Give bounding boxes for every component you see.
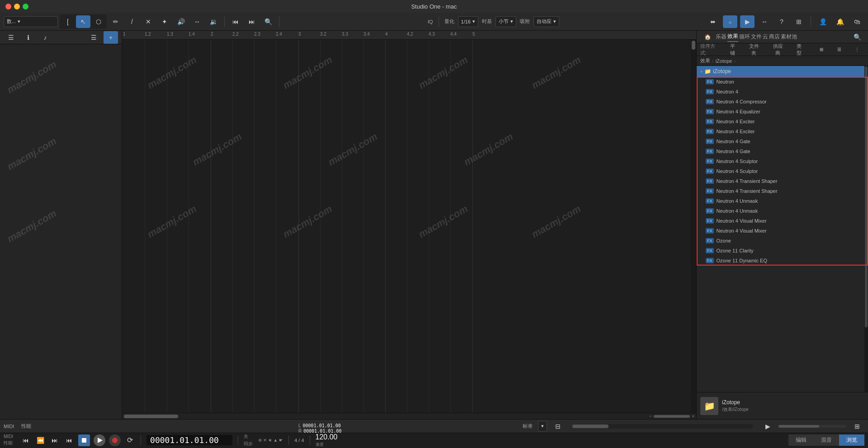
perf-label-transport[interactable]: 性能 <box>4 440 13 446</box>
view-toggle-2[interactable]: ☰ <box>832 43 847 56</box>
list-icon[interactable]: ☰ <box>86 31 101 44</box>
view-options[interactable]: ⋮ <box>850 43 864 56</box>
loop-transport-btn[interactable]: ⟳ <box>124 435 135 446</box>
search-btn[interactable]: 🔍 <box>850 31 864 43</box>
user-btn[interactable]: 👤 <box>816 15 830 28</box>
play-button[interactable] <box>94 434 105 446</box>
erase-tool[interactable]: / <box>125 15 139 28</box>
plugin-neutron4-exciter-2[interactable]: FX Neutron 4 Exciter <box>697 126 868 136</box>
quantize-dropdown[interactable]: 1/16 ▾ <box>458 16 478 27</box>
plugin-ozone11-clarity[interactable]: FX Ozone 11 Clarity <box>697 246 868 256</box>
notif-btn[interactable]: 🔔 <box>833 15 847 28</box>
fast-back-btn[interactable]: ⏪ <box>35 435 46 446</box>
h-scroll-thumb[interactable] <box>124 415 178 418</box>
zoom-out-btn[interactable]: − <box>649 414 652 419</box>
maximize-button[interactable] <box>23 4 28 9</box>
skip-fwd[interactable]: ⏭ <box>245 15 259 28</box>
plugin-list[interactable]: ▾ 📁 iZotope FX Neutron FX Neutron 4 FX <box>697 66 868 392</box>
plugin-neutron4-unmask-1[interactable]: FX Neutron 4 Unmask <box>697 196 868 206</box>
loop-btn[interactable]: ⬌ <box>706 15 720 28</box>
pencil-tool[interactable]: ✏ <box>108 15 123 28</box>
plugin-neutron4[interactable]: FX Neutron 4 <box>697 87 868 97</box>
plugin-neutron[interactable]: FX Neutron <box>697 77 868 87</box>
tempo-display[interactable]: 120.00 <box>316 433 338 441</box>
filter-type[interactable]: 类型 <box>792 42 807 57</box>
arrange-content[interactable]: macmj.com macmj.com macmj.com macmj.com … <box>122 40 696 413</box>
panel-collapse-btn[interactable]: ⊞ <box>850 420 864 433</box>
first-btn[interactable]: ⏮ <box>64 435 75 446</box>
tab-store[interactable]: 商店 <box>769 32 780 42</box>
breadcrumb-effects[interactable]: 效果 <box>700 57 710 64</box>
filter-folder[interactable]: 文件夹 <box>744 42 764 57</box>
follow-btn[interactable]: ▶ <box>740 15 755 28</box>
volume-tool[interactable]: 🔊 <box>174 15 188 28</box>
plugin-neutron4-sculptor-1[interactable]: FX Neutron 4 Sculptor <box>697 156 868 166</box>
tab-browse[interactable]: 浏览 <box>839 434 864 446</box>
bracket-tool[interactable]: [ <box>61 15 75 28</box>
scroll-thumb-v[interactable] <box>692 41 695 50</box>
h-scrollbar[interactable]: − + <box>122 413 696 419</box>
plugin-neutron4-gate-2[interactable]: FX Neutron 4 Gate <box>697 146 868 156</box>
plugin-neutron4-sculptor-2[interactable]: FX Neutron 4 Sculptor <box>697 166 868 176</box>
plugin-list-scrollbar[interactable] <box>864 66 868 392</box>
breadcrumb-izotope[interactable]: iZotope <box>716 58 732 64</box>
tab-files[interactable]: 文件 <box>751 32 762 42</box>
plugin-neutron4-gate-1[interactable]: FX Neutron 4 Gate <box>697 136 868 146</box>
tab-instruments[interactable]: 乐器 <box>716 32 726 42</box>
midi-icon[interactable]: ♪ <box>38 31 52 44</box>
arrange-hscroll-thumb[interactable] <box>572 425 609 428</box>
traffic-lights[interactable] <box>0 4 28 9</box>
pitch-tool[interactable]: ↔ <box>190 15 204 28</box>
tab-effects[interactable]: 效果 <box>727 32 738 42</box>
minimize-button[interactable] <box>14 4 20 9</box>
tab-loops[interactable]: 循环 <box>739 32 750 42</box>
plugin-neutron4-ts-1[interactable]: FX Neutron 4 Transient Shaper <box>697 176 868 186</box>
plugin-neutron4-eq[interactable]: FX Neutron 4 Equalizer <box>697 107 868 117</box>
plugin-ozone[interactable]: FX Ozone <box>697 236 868 246</box>
plugin-neutron4-vm-1[interactable]: FX Neutron 4 Visual Mixer <box>697 216 868 226</box>
plugin-neutron4-ts-2[interactable]: FX Neutron 4 Transient Shaper <box>697 186 868 196</box>
store-btn[interactable]: 🛍 <box>850 15 864 28</box>
close-button[interactable] <box>5 4 11 9</box>
zoom-in-btn[interactable]: + <box>692 414 694 419</box>
arrange-hscroll[interactable] <box>572 424 753 429</box>
select-tool[interactable]: ↖ <box>76 15 90 28</box>
zoom-slider[interactable] <box>654 415 690 418</box>
grid-btn[interactable]: ⊞ <box>792 15 806 28</box>
add-track-btn[interactable]: + <box>104 31 118 44</box>
plugin-list-scroll-thumb[interactable] <box>865 66 868 327</box>
range-tool[interactable]: ⬡ <box>91 15 106 28</box>
tab-edit[interactable]: 编辑 <box>788 434 814 446</box>
folder-izotope[interactable]: ▾ 📁 iZotope <box>697 66 868 77</box>
snap-dropdown[interactable]: 自动应 ▾ <box>533 16 559 27</box>
scroll-right[interactable] <box>691 40 696 413</box>
play-cursor-btn[interactable]: ▶ <box>760 420 775 433</box>
help-btn[interactable]: ? <box>774 15 789 28</box>
main-time-display[interactable]: 00001.01.01.00 <box>146 435 232 445</box>
plugin-neutron4-compressor[interactable]: FX Neutron 4 Compressor <box>697 97 868 107</box>
skip-back[interactable]: ⏮ <box>228 15 243 28</box>
plugin-neutron4-unmask-2[interactable]: FX Neutron 4 Unmask <box>697 206 868 216</box>
pan-tool[interactable]: 🔉 <box>206 15 221 28</box>
click-btn[interactable]: ↔ <box>757 15 772 28</box>
panel-home-btn[interactable]: 🏠 <box>700 31 715 43</box>
plugin-neutron4-exciter-1[interactable]: FX Neutron 4 Exciter <box>697 117 868 126</box>
info-icon[interactable]: ℹ <box>21 31 35 44</box>
zoom-slider-h[interactable] <box>778 425 846 428</box>
filter-vendor[interactable]: 供应商 <box>768 42 788 57</box>
track-expand-btn[interactable]: ⊟ <box>551 420 565 433</box>
filter-flat[interactable]: 平铺 <box>725 42 741 57</box>
mute-tool[interactable]: ✕ <box>141 15 156 28</box>
record-button[interactable] <box>109 434 121 446</box>
mode-dropdown[interactable]: ▾ <box>538 421 547 432</box>
tab-pool[interactable]: 素材池 <box>781 32 797 42</box>
tab-mix[interactable]: 混音 <box>814 434 839 446</box>
split-tool[interactable]: ✦ <box>157 15 172 28</box>
view-toggle-1[interactable]: ⊞ <box>814 43 829 56</box>
zoom-btn[interactable]: 🔍 <box>261 15 275 28</box>
menu-icon[interactable]: ☰ <box>4 31 18 44</box>
plugin-neutron4-vm-2[interactable]: FX Neutron 4 Visual Mixer <box>697 226 868 236</box>
stop-button[interactable] <box>78 434 90 446</box>
tab-cloud[interactable]: 云 <box>763 32 768 42</box>
project-dropdown[interactable]: 数... ▾ <box>4 16 58 27</box>
